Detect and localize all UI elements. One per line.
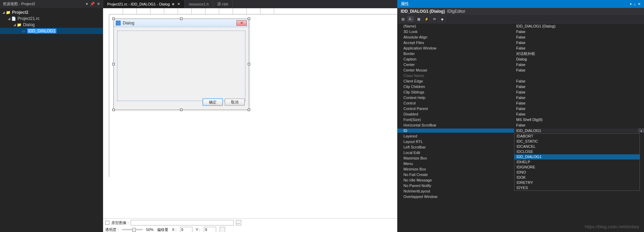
dropdown-icon[interactable]: ▾ — [86, 2, 88, 6]
dropdown-item[interactable]: IDNO — [514, 170, 640, 175]
expand-icon[interactable]: ◢ — [1, 11, 5, 14]
dropdown-item[interactable]: IDIGNORE — [514, 165, 640, 170]
messages-icon[interactable]: ✉ — [431, 16, 438, 22]
dialog-client-area[interactable]: 确定 取消 — [114, 27, 249, 110]
property-row[interactable]: Client EdgeFalse — [397, 78, 644, 84]
dropdown-button[interactable]: ▾ — [639, 129, 644, 133]
close-icon[interactable]: ✕ — [97, 2, 100, 6]
proto-image-checkbox[interactable] — [105, 221, 109, 225]
property-row[interactable]: DisabledFalse — [397, 111, 644, 117]
tab-source-cpp[interactable]: 源.cpp — [213, 0, 233, 8]
overrides-icon[interactable]: ◆ — [439, 16, 446, 22]
property-row[interactable]: Center MouseFalse — [397, 67, 644, 73]
resize-handle[interactable] — [248, 18, 250, 20]
dropdown-item[interactable]: IDCLOSE — [514, 149, 640, 154]
property-row[interactable]: CenterFalse — [397, 62, 644, 67]
property-row[interactable]: Clip SiblingsFalse — [397, 89, 644, 95]
property-row[interactable]: (Name)IDD_DIALOG1 (Dialog) — [397, 23, 644, 29]
property-value[interactable]: False — [514, 35, 644, 39]
dropdown-item[interactable]: IDD_DIALOG1 — [514, 154, 640, 159]
property-value[interactable]: False — [514, 46, 644, 50]
property-value[interactable]: False — [514, 68, 644, 72]
transparency-value: 50% — [146, 228, 154, 232]
property-name: Layout RTL — [397, 140, 514, 144]
property-value[interactable]: False — [514, 30, 644, 34]
property-row[interactable]: Control ParentFalse — [397, 106, 644, 111]
property-value[interactable]: IDD_DIALOG1 (Dialog) — [514, 24, 644, 28]
alphabetical-icon[interactable]: A↓ — [407, 16, 414, 22]
dialog-sys-icon — [116, 21, 121, 25]
property-row[interactable]: Overlapped Window — [397, 194, 644, 199]
property-pages-icon[interactable]: ▦ — [415, 16, 422, 22]
property-row[interactable]: IDIDD_DIALOG1▾ — [397, 128, 644, 133]
property-row[interactable]: Border对话框外框 — [397, 51, 644, 56]
dropdown-item[interactable]: IDRETRY — [514, 180, 640, 185]
tab-resource-header[interactable]: resource1.h — [185, 0, 213, 8]
property-value[interactable]: False — [514, 123, 644, 127]
property-value[interactable]: False — [514, 41, 644, 45]
offset-y-input[interactable] — [204, 227, 216, 232]
browse-button[interactable]: … — [236, 220, 241, 225]
resource-tree: ◢ Project2 ◢ Project21.rc ◢ Dialog IDD_D… — [0, 8, 103, 232]
tree-dialog-node[interactable]: IDD_DIALOG1 — [0, 28, 103, 34]
offset-x-input[interactable] — [180, 227, 192, 232]
categorized-icon[interactable]: ▤ — [399, 16, 406, 22]
resize-handle[interactable] — [180, 18, 182, 20]
dialog-preview[interactable]: Dialog ✕ 确定 取消 — [113, 19, 249, 110]
property-value[interactable]: 对话框外框 — [514, 51, 644, 56]
dropdown-item[interactable]: IDABORT — [514, 134, 640, 139]
dialog-icon — [21, 29, 26, 33]
property-value[interactable]: MS Shell Dlg(8) — [514, 118, 644, 122]
pin-icon[interactable]: 📌 — [90, 2, 95, 6]
dropdown-item[interactable]: IDHELP — [514, 159, 640, 165]
tree-folder-node[interactable]: ◢ Dialog — [0, 22, 103, 28]
dropdown-item[interactable]: IDOK — [514, 175, 640, 180]
offset-btn[interactable] — [220, 227, 225, 232]
resize-handle[interactable] — [112, 18, 115, 20]
close-icon[interactable]: ✕ — [638, 2, 641, 6]
auto-hide-icon[interactable]: ⟂ — [634, 2, 636, 6]
dropdown-item[interactable]: IDCANCEL — [514, 144, 640, 149]
property-value[interactable]: False — [514, 79, 644, 83]
transparency-slider[interactable] — [122, 229, 143, 230]
property-row[interactable]: ControlFalse — [397, 100, 644, 106]
property-value[interactable]: False — [514, 112, 644, 116]
pin-icon[interactable]: ⊕ — [172, 2, 175, 6]
proto-image-combo[interactable] — [131, 220, 234, 225]
property-value[interactable]: False — [514, 90, 644, 94]
expand-icon[interactable]: ◢ — [12, 23, 16, 26]
events-icon[interactable]: ⚡ — [423, 16, 430, 22]
property-row[interactable]: CaptionDialog — [397, 56, 644, 62]
tree-project-node[interactable]: ◢ Project2 — [0, 9, 103, 15]
tab-dialog-designer[interactable]: Project21.rc - IDD_DIALOG1 - Dialog ⊕ ✕ — [103, 0, 185, 8]
dropdown-item[interactable]: IDYES — [514, 185, 640, 190]
cancel-button[interactable]: 取消 — [225, 99, 245, 106]
property-row[interactable]: Class Name — [397, 73, 644, 78]
property-name: Center Mouse — [397, 68, 514, 72]
property-row[interactable]: Horizontal ScrollbarFalse — [397, 122, 644, 128]
close-icon[interactable]: ✕ — [177, 2, 180, 6]
property-row[interactable]: Clip ChildrenFalse — [397, 84, 644, 89]
property-value[interactable]: False — [514, 96, 644, 100]
dropdown-icon[interactable]: ▾ — [630, 2, 632, 6]
property-value[interactable]: False — [514, 63, 644, 67]
property-row[interactable]: Absolute AlignFalse — [397, 34, 644, 40]
property-row[interactable]: Context HelpFalse — [397, 95, 644, 100]
property-value[interactable]: IDD_DIALOG1▾ — [514, 129, 644, 133]
property-value[interactable]: False — [514, 85, 644, 89]
property-row[interactable]: Font(Size)MS Shell Dlg(8) — [397, 117, 644, 122]
dialog-close-button[interactable]: ✕ — [236, 20, 247, 26]
dialog-design-surface[interactable]: Dialog ✕ 确定 取消 — [103, 8, 397, 218]
property-value[interactable]: False — [514, 101, 644, 105]
ok-button[interactable]: 确定 — [203, 99, 223, 106]
expand-icon[interactable]: ◢ — [7, 17, 11, 20]
property-value[interactable]: False — [514, 107, 644, 111]
tree-rc-node[interactable]: ◢ Project21.rc — [0, 15, 103, 22]
property-row[interactable]: Accept FilesFalse — [397, 40, 644, 45]
property-row[interactable]: 3D LookFalse — [397, 29, 644, 34]
id-dropdown-list[interactable]: IDABORTIDC_STATICIDCANCELIDCLOSEIDD_DIAL… — [514, 133, 640, 191]
property-row[interactable]: Application WindowFalse — [397, 45, 644, 51]
dropdown-item[interactable]: IDC_STATIC — [514, 139, 640, 144]
property-value[interactable]: Dialog — [514, 57, 644, 61]
property-name: Border — [397, 52, 514, 56]
